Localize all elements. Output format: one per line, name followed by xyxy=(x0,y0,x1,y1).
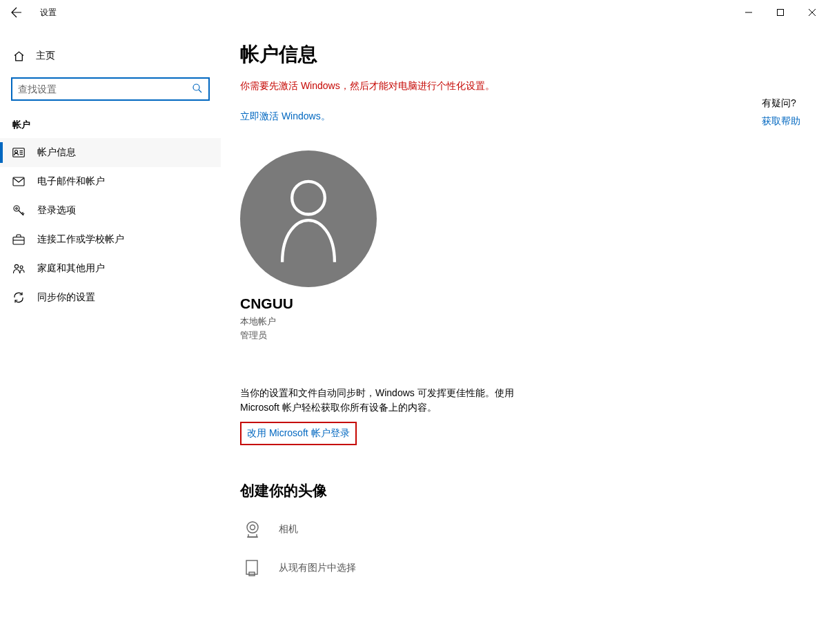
svg-rect-1 xyxy=(778,10,784,16)
account-role: 管理员 xyxy=(240,329,814,342)
main-content: 帐户信息 你需要先激活 Windows，然后才能对电脑进行个性化设置。 立即激活… xyxy=(221,25,828,644)
svg-rect-9 xyxy=(13,177,24,186)
help-section: 有疑问? 获取帮助 xyxy=(762,97,800,128)
avatar xyxy=(240,150,377,287)
username: CNGUU xyxy=(240,295,814,312)
sidebar-item-label: 电子邮件和帐户 xyxy=(37,175,105,188)
titlebar-left: 设置 xyxy=(6,1,57,23)
search-input[interactable] xyxy=(18,84,192,95)
create-picture-title: 创建你的头像 xyxy=(240,481,814,500)
close-button[interactable] xyxy=(796,1,828,23)
sidebar-item-label: 登录选项 xyxy=(37,204,76,217)
maximize-button[interactable] xyxy=(765,1,796,23)
window-controls xyxy=(733,1,828,23)
category-header: 帐户 xyxy=(0,113,221,138)
people-icon xyxy=(12,262,25,275)
search-box[interactable] xyxy=(11,77,210,101)
svg-point-10 xyxy=(14,206,19,211)
svg-point-2 xyxy=(193,84,199,90)
sidebar-item-label: 帐户信息 xyxy=(37,146,76,159)
content-container: 主页 帐户 帐户信息 电子邮件和帐户 xyxy=(0,25,828,644)
camera-icon xyxy=(240,520,265,539)
search-wrap xyxy=(11,77,210,101)
briefcase-icon xyxy=(12,233,25,246)
sidebar-item-family-users[interactable]: 家庭和其他用户 xyxy=(0,254,221,283)
activate-windows-link[interactable]: 立即激活 Windows。 xyxy=(240,110,814,123)
svg-point-14 xyxy=(14,264,18,268)
arrow-left-icon xyxy=(11,7,22,18)
close-icon xyxy=(808,8,816,17)
ms-signin-highlight: 改用 Microsoft 帐户登录 xyxy=(240,422,357,445)
home-label: 主页 xyxy=(36,50,55,62)
sidebar-item-email-accounts[interactable]: 电子邮件和帐户 xyxy=(0,167,221,196)
home-icon xyxy=(12,50,25,62)
help-question: 有疑问? xyxy=(762,97,800,110)
browse-label: 从现有图片中选择 xyxy=(279,562,356,574)
svg-point-17 xyxy=(247,522,258,533)
ms-signin-link[interactable]: 改用 Microsoft 帐户登录 xyxy=(247,427,350,438)
mail-icon xyxy=(12,175,25,188)
sidebar-item-signin-options[interactable]: 登录选项 xyxy=(0,196,221,225)
id-card-icon xyxy=(12,146,25,159)
maximize-icon xyxy=(776,8,785,17)
search-icon xyxy=(192,83,203,96)
minimize-button[interactable] xyxy=(733,1,765,23)
sidebar-item-your-info[interactable]: 帐户信息 xyxy=(0,138,221,167)
key-icon xyxy=(12,204,25,217)
sidebar-item-label: 连接工作或学校帐户 xyxy=(37,233,124,246)
minimize-icon xyxy=(745,8,753,17)
sidebar: 主页 帐户 帐户信息 电子邮件和帐户 xyxy=(0,25,221,644)
account-type: 本地帐户 xyxy=(240,315,814,329)
sync-icon xyxy=(12,291,25,304)
svg-rect-12 xyxy=(13,237,24,245)
camera-label: 相机 xyxy=(279,523,298,536)
activation-warning: 你需要先激活 Windows，然后才能对电脑进行个性化设置。 xyxy=(240,80,814,92)
svg-point-16 xyxy=(292,182,325,215)
browse-icon xyxy=(240,558,265,578)
svg-point-15 xyxy=(20,266,23,269)
browse-option[interactable]: 从现有图片中选择 xyxy=(240,553,814,583)
titlebar: 设置 xyxy=(0,0,828,25)
sidebar-item-label: 家庭和其他用户 xyxy=(37,262,105,275)
page-title: 帐户信息 xyxy=(240,41,814,68)
svg-point-11 xyxy=(16,208,18,210)
camera-option[interactable]: 相机 xyxy=(240,514,814,545)
person-icon xyxy=(270,174,346,264)
sidebar-item-work-school[interactable]: 连接工作或学校帐户 xyxy=(0,225,221,254)
svg-point-5 xyxy=(15,150,18,153)
app-title: 设置 xyxy=(40,7,57,19)
sidebar-item-label: 同步你的设置 xyxy=(37,291,95,304)
back-button[interactable] xyxy=(6,1,28,23)
sidebar-item-sync-settings[interactable]: 同步你的设置 xyxy=(0,283,221,312)
svg-point-18 xyxy=(250,525,255,530)
home-button[interactable]: 主页 xyxy=(0,44,221,68)
get-help-link[interactable]: 获取帮助 xyxy=(762,115,800,128)
svg-line-3 xyxy=(199,90,201,92)
sync-description: 当你的设置和文件自动同步时，Windows 可发挥更佳性能。使用 Microso… xyxy=(240,386,530,415)
